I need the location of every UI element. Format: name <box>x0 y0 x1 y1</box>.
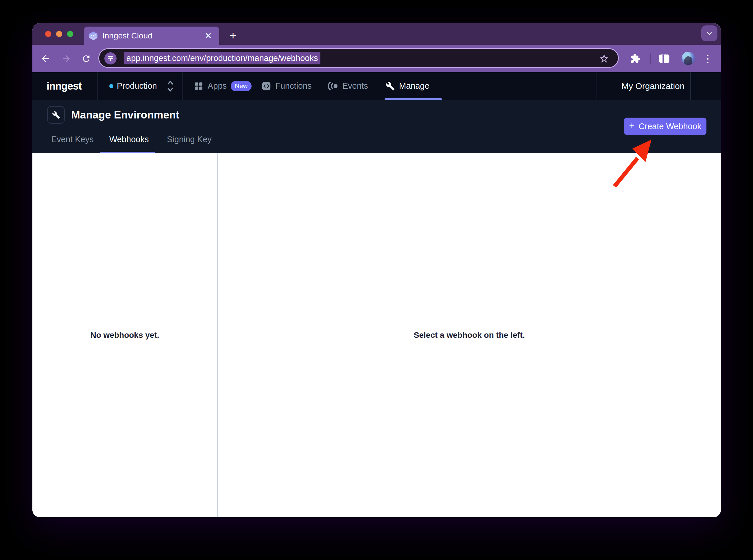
chevron-down-icon <box>706 30 713 37</box>
left-empty-state: No webhooks yet. <box>90 331 159 340</box>
browser-toolbar: app.inngest.com/env/production/manage/we… <box>32 45 721 72</box>
webhook-detail-panel: Select a webhook on the left. <box>218 153 721 517</box>
nav-item-label: Manage <box>399 81 429 91</box>
manage-icon-box <box>47 106 65 124</box>
chevron-updown-icon <box>166 79 175 93</box>
nav-item-apps[interactable]: Apps New <box>194 72 252 100</box>
inngest-favicon-icon <box>89 31 98 40</box>
macos-fullscreen-button[interactable] <box>67 31 73 37</box>
reload-button[interactable] <box>79 52 93 65</box>
org-switcher[interactable]: My Organization <box>621 72 684 100</box>
url-text-selected[interactable]: app.inngest.com/env/production/manage/we… <box>124 52 321 64</box>
right-empty-state: Select a webhook on the left. <box>414 331 525 340</box>
env-status-dot <box>109 84 113 88</box>
inngest-logo[interactable]: inngest <box>46 72 81 100</box>
page-title: Manage Environment <box>71 106 179 124</box>
apps-grid-icon <box>194 81 204 91</box>
url-bar[interactable]: app.inngest.com/env/production/manage/we… <box>98 48 619 68</box>
extensions-button[interactable] <box>629 52 642 65</box>
bookmark-star-icon[interactable] <box>598 53 610 64</box>
nav-item-label: Apps <box>208 81 227 91</box>
nav-item-functions[interactable]: Functions <box>262 72 312 100</box>
site-settings-button[interactable] <box>104 52 117 64</box>
tab-event-keys[interactable]: Event Keys <box>51 132 94 146</box>
browser-tab-strip: Inngest Cloud ✕ + <box>32 23 721 45</box>
plus-icon: + <box>629 120 635 131</box>
browser-tab[interactable]: Inngest Cloud ✕ <box>84 26 219 45</box>
tab-title: Inngest Cloud <box>102 31 195 40</box>
functions-code-icon <box>262 81 271 91</box>
side-panel-button[interactable] <box>658 52 671 65</box>
browser-profile-avatar[interactable] <box>681 52 695 65</box>
nav-item-manage[interactable]: Manage <box>386 72 429 100</box>
browser-window: Inngest Cloud ✕ + app.inngest.com/ <box>32 23 721 517</box>
new-tab-button[interactable]: + <box>226 28 240 43</box>
webhook-list-panel: No webhooks yet. <box>32 153 217 517</box>
events-signal-icon <box>328 81 338 91</box>
tab-close-icon[interactable]: ✕ <box>202 30 214 42</box>
browser-menu-button[interactable]: ⋮ <box>701 52 715 65</box>
new-badge: New <box>231 81 252 91</box>
nav-item-events[interactable]: Events <box>328 72 368 100</box>
tab-webhooks[interactable]: Webhooks <box>109 132 149 146</box>
forward-button[interactable] <box>60 52 73 65</box>
app-navbar: inngest Production Apps New Functio <box>32 72 721 100</box>
tab-signing-key[interactable]: Signing Key <box>167 132 212 146</box>
create-webhook-button[interactable]: + Create Webhook <box>624 118 707 135</box>
tab-search-button[interactable] <box>701 25 717 41</box>
back-button[interactable] <box>39 52 52 65</box>
page-header: Manage Environment Event Keys Webhooks S… <box>32 100 721 153</box>
wrench-icon <box>386 81 395 91</box>
macos-close-button[interactable] <box>45 31 51 37</box>
tune-icon <box>107 55 114 62</box>
puzzle-icon <box>630 54 640 64</box>
nav-item-label: Functions <box>275 81 312 91</box>
main-content: No webhooks yet. Select a webhook on the… <box>32 153 721 517</box>
create-webhook-label: Create Webhook <box>638 122 701 131</box>
nav-item-label: Events <box>342 81 368 91</box>
side-panel-icon <box>659 54 670 64</box>
env-label: Production <box>117 72 157 100</box>
macos-minimize-button[interactable] <box>56 31 62 37</box>
toolbar-divider <box>650 54 651 64</box>
wrench-icon <box>52 111 60 119</box>
